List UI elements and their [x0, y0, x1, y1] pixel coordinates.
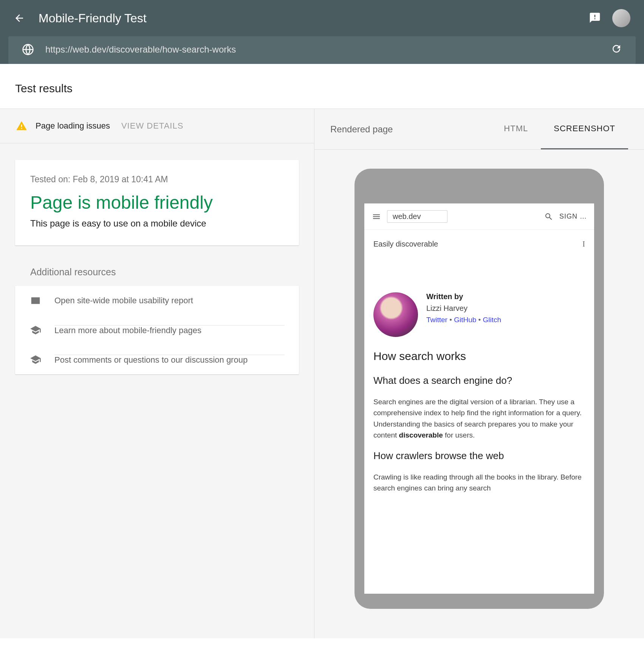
article-title: How search works	[364, 343, 594, 366]
user-avatar[interactable]	[612, 9, 630, 27]
phone-screen: web.dev SIGN … Easily discoverable I	[364, 203, 594, 594]
announcement-icon	[589, 12, 601, 25]
article-p1: Search engines are the digital version o…	[364, 390, 594, 441]
app-header: Mobile-Friendly Test https://web.dev/dis…	[0, 0, 644, 64]
link-glitch: Glitch	[483, 316, 502, 324]
crumb-marker: I	[582, 240, 585, 248]
p1-b: discoverable	[399, 431, 443, 439]
p1-c: for users.	[443, 431, 475, 439]
resource-label: Post comments or questions to our discus…	[54, 355, 248, 365]
header-top-row: Mobile-Friendly Test	[0, 0, 644, 36]
resource-label: Open site-wide mobile usability report	[54, 296, 193, 305]
phone-topbar: web.dev SIGN …	[364, 203, 594, 230]
page-title: Mobile-Friendly Test	[39, 11, 575, 25]
tab-html[interactable]: HTML	[491, 109, 541, 149]
written-by-label: Written by	[426, 292, 501, 301]
author-meta: Written by Lizzi Harvey Twitter • GitHub…	[426, 292, 501, 324]
article-h2-a: What does a search engine do?	[364, 366, 594, 390]
svg-rect-1	[594, 18, 596, 19]
breadcrumb-row: Easily discoverable I	[364, 230, 594, 258]
menu-icon	[372, 212, 381, 221]
back-button[interactable]	[14, 12, 25, 24]
svg-rect-0	[594, 15, 596, 17]
resources-title: Additional resources	[0, 262, 314, 286]
svg-rect-3	[21, 124, 22, 127]
results-column: Page loading issues VIEW DETAILS Tested …	[0, 109, 314, 638]
breadcrumb: Easily discoverable	[373, 240, 438, 248]
resource-row-usability[interactable]: Open site-wide mobile usability report	[15, 286, 299, 315]
tab-screenshot[interactable]: SCREENSHOT	[541, 109, 628, 149]
article-p2: Crawling is like reading through all the…	[364, 465, 594, 494]
url-bar: https://web.dev/discoverable/how-search-…	[8, 36, 636, 64]
school-icon	[29, 324, 42, 336]
refresh-button[interactable]	[611, 43, 622, 56]
status-heading: Page is mobile friendly	[30, 192, 284, 213]
results-header: Test results	[0, 72, 644, 109]
refresh-icon	[611, 43, 622, 56]
sign-in-label: SIGN …	[559, 213, 587, 220]
warning-icon	[16, 120, 27, 132]
globe-icon	[22, 43, 34, 56]
author-links: Twitter • GitHub • Glitch	[426, 316, 501, 324]
phone-frame: web.dev SIGN … Easily discoverable I	[355, 169, 604, 609]
preview-tabs-row: Rendered page HTML SCREENSHOT	[314, 109, 644, 150]
results-title: Test results	[15, 82, 629, 95]
author-name: Lizzi Harvey	[426, 304, 501, 313]
tested-on: Tested on: Feb 8, 2019 at 10:41 AM	[30, 174, 284, 185]
web-icon	[29, 295, 42, 306]
svg-rect-4	[21, 128, 22, 129]
site-pill: web.dev	[387, 210, 447, 223]
warning-row: Page loading issues VIEW DETAILS	[0, 109, 314, 143]
main-content: Page loading issues VIEW DETAILS Tested …	[0, 109, 644, 638]
resource-row-learn[interactable]: Learn more about mobile-friendly pages	[15, 315, 299, 345]
author-section: Written by Lizzi Harvey Twitter • GitHub…	[364, 258, 594, 343]
warning-text: Page loading issues	[36, 121, 110, 131]
search-icon	[544, 212, 553, 221]
announcement-button[interactable]	[589, 12, 601, 25]
view-details-button[interactable]: VIEW DETAILS	[121, 121, 183, 131]
author-avatar	[373, 292, 418, 337]
link-twitter: Twitter	[426, 316, 447, 324]
rendered-label: Rendered page	[330, 124, 491, 135]
header-actions	[589, 9, 630, 27]
school-icon	[29, 354, 42, 365]
phone-preview: web.dev SIGN … Easily discoverable I	[314, 150, 644, 628]
link-github: GitHub	[454, 316, 476, 324]
article-h2-b: How crawlers browse the web	[364, 441, 594, 465]
resource-label: Learn more about mobile-friendly pages	[54, 326, 201, 335]
url-text[interactable]: https://web.dev/discoverable/how-search-…	[45, 44, 599, 55]
preview-column: Rendered page HTML SCREENSHOT web.dev	[314, 109, 644, 638]
preview-tabs: HTML SCREENSHOT	[491, 109, 628, 149]
status-card: Tested on: Feb 8, 2019 at 10:41 AM Page …	[15, 160, 299, 245]
status-subtext: This page is easy to use on a mobile dev…	[30, 218, 284, 229]
resources-card: Open site-wide mobile usability report L…	[15, 286, 299, 374]
resource-row-discuss[interactable]: Post comments or questions to our discus…	[15, 345, 299, 374]
